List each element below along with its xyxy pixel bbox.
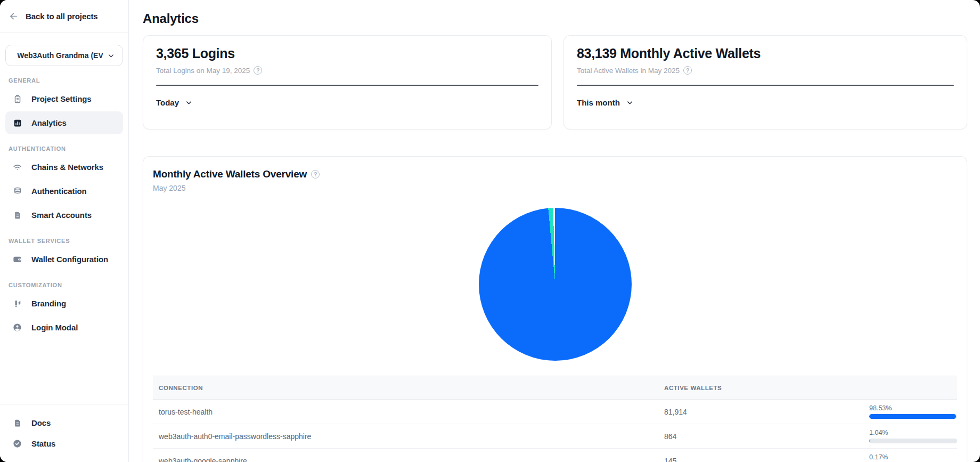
sidebar-section-label: CUSTOMIZATION [9, 282, 120, 288]
sidebar-item-login-modal[interactable]: Login Modal [5, 316, 123, 339]
sidebar-item-status[interactable]: Status [5, 434, 123, 453]
connection-cell: web3auth-auth0-email-passwordless-sapphi… [153, 432, 659, 441]
sidebar-item-label: Status [31, 439, 55, 448]
mau-pie-chart [479, 208, 632, 361]
question-circle-icon[interactable]: ? [254, 66, 262, 75]
logins-range-select[interactable]: Today [156, 98, 193, 107]
sidebar-item-label: Project Settings [31, 94, 92, 103]
percent-cell: 1.04% [869, 429, 957, 443]
sidebar-nav: GENERALProject SettingsAnalyticsAUTHENTI… [5, 66, 123, 340]
active-wallets-cell: 81,914 [659, 408, 869, 416]
connection-cell: web3auth-google-sapphire [153, 457, 659, 462]
sidebar-item-label: Login Modal [31, 323, 78, 332]
percent-cell: 0.17% [869, 453, 957, 462]
table-row: web3auth-auth0-email-passwordless-sapphi… [153, 424, 957, 449]
mau-stat-title: 83,139 Monthly Active Wallets [577, 46, 954, 61]
back-to-projects-button[interactable]: Back to all projects [0, 0, 128, 33]
mau-overview-card: Monthly Active Wallets Overview ? May 20… [143, 156, 967, 462]
chevron-down-icon [626, 99, 634, 107]
page-title: Analytics [143, 11, 967, 26]
sidebar-item-label: Analytics [31, 118, 67, 127]
progress-fill [869, 414, 956, 419]
file-icon [12, 210, 22, 220]
mau-range-label: This month [577, 98, 620, 107]
table-row: torus-test-health81,91498.53% [153, 400, 957, 424]
chevron-down-icon [107, 52, 115, 60]
chevron-down-icon [185, 99, 193, 107]
sidebar-item-label: Branding [31, 299, 66, 308]
project-selector-value: Web3Auth Grandma (EV [13, 51, 107, 60]
connection-cell: torus-test-health [153, 408, 659, 416]
divider [156, 85, 538, 86]
doc-icon [12, 418, 22, 428]
sidebar-item-label: Docs [31, 418, 51, 427]
sidebar-section-label: WALLET SERVICES [9, 238, 120, 244]
logins-range-label: Today [156, 98, 179, 107]
progress-track [869, 439, 957, 443]
sidebar-item-chains-networks[interactable]: Chains & Networks [5, 156, 123, 179]
sidebar-item-project-settings[interactable]: Project Settings [5, 87, 123, 110]
clipboard-icon [12, 94, 22, 104]
sidebar-item-analytics[interactable]: Analytics [5, 111, 123, 134]
sidebar-item-label: Authentication [31, 187, 87, 196]
main-content: Analytics 3,365 Logins Total Logins on M… [129, 0, 980, 462]
brush-icon [12, 298, 22, 309]
wallet-icon [12, 254, 22, 264]
bar-chart-icon [12, 118, 22, 128]
active-wallets-cell: 864 [659, 432, 869, 441]
app-window: Back to all projects Web3Auth Grandma (E… [0, 0, 980, 462]
mau-overview-period: May 2025 [153, 184, 957, 192]
percent-cell: 98.53% [869, 404, 957, 419]
sidebar-item-wallet-configuration[interactable]: Wallet Configuration [5, 248, 123, 271]
sidebar-item-authentication[interactable]: Authentication [5, 180, 123, 202]
logins-stat-title: 3,365 Logins [156, 46, 538, 61]
sidebar-section-label: GENERAL [9, 77, 120, 84]
connections-table: CONNECTION ACTIVE WALLETS torus-test-hea… [153, 376, 957, 462]
percent-label: 98.53% [869, 404, 957, 412]
percent-label: 1.04% [869, 429, 957, 436]
question-circle-icon[interactable]: ? [683, 66, 692, 75]
sidebar-item-smart-accounts[interactable]: Smart Accounts [5, 204, 123, 226]
logins-stat-subtitle: Total Logins on May 19, 2025 [156, 67, 250, 75]
connection-column-header: CONNECTION [153, 385, 659, 391]
wifi-icon [12, 162, 22, 172]
stat-cards-row: 3,365 Logins Total Logins on May 19, 202… [143, 35, 967, 129]
sidebar-item-label: Smart Accounts [31, 210, 92, 220]
back-to-projects-label: Back to all projects [26, 12, 98, 21]
table-body: torus-test-health81,91498.53%web3auth-au… [153, 400, 957, 462]
database-icon [12, 186, 22, 196]
progress-track [869, 414, 957, 419]
table-row: web3auth-google-sapphire1450.17% [153, 449, 957, 462]
check-circle-icon [12, 439, 22, 449]
sidebar: Back to all projects Web3Auth Grandma (E… [0, 0, 129, 462]
project-selector[interactable]: Web3Auth Grandma (EV [5, 45, 123, 66]
sidebar-footer: DocsStatus [0, 404, 128, 462]
sidebar-section-label: AUTHENTICATION [9, 145, 120, 152]
logins-stat-card: 3,365 Logins Total Logins on May 19, 202… [143, 35, 552, 129]
active-wallets-column-header: ACTIVE WALLETS [659, 385, 869, 391]
mau-stat-subtitle: Total Active Wallets in May 2025 [577, 67, 680, 75]
divider [577, 85, 954, 86]
sidebar-item-label: Chains & Networks [31, 163, 103, 172]
progress-fill [869, 439, 870, 443]
sidebar-item-label: Wallet Configuration [31, 255, 108, 264]
mau-range-select[interactable]: This month [577, 98, 634, 107]
user-icon [12, 322, 22, 333]
percent-label: 0.17% [869, 453, 957, 461]
active-wallets-cell: 145 [659, 457, 869, 462]
mau-overview-title: Monthly Active Wallets Overview [153, 168, 307, 180]
sidebar-item-branding[interactable]: Branding [5, 292, 123, 315]
question-circle-icon[interactable]: ? [311, 170, 320, 179]
arrow-left-icon [9, 11, 19, 21]
mau-stat-card: 83,139 Monthly Active Wallets Total Acti… [564, 35, 967, 129]
sidebar-item-docs[interactable]: Docs [5, 413, 123, 433]
table-header-row: CONNECTION ACTIVE WALLETS [153, 376, 957, 400]
